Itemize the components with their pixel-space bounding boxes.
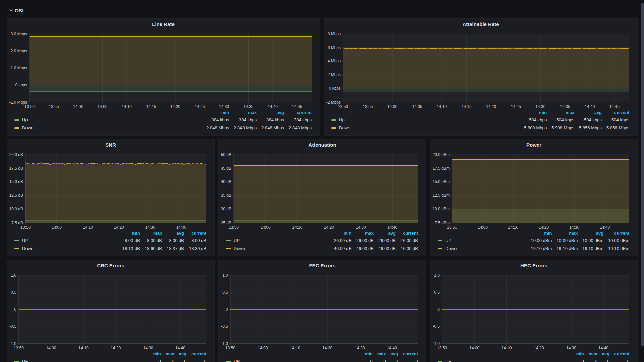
legend-value-min: -504 kbps	[519, 116, 547, 124]
legend-header-current[interactable]: current	[603, 230, 629, 237]
legend-header-current[interactable]: current	[396, 230, 418, 237]
legend-series-label[interactable]: Up	[339, 117, 345, 122]
panel-crc-errors: CRC Errors1.00.50-0.5-1.013:5014:0014:10…	[7, 260, 215, 362]
legend-snr: minmaxavgcurrentUP8.00 dB8.00 dB8.00 dB8…	[14, 230, 206, 253]
legend-header-current[interactable]: current	[609, 351, 629, 357]
legend-header-max[interactable]: max	[229, 110, 257, 116]
legend-header-avg[interactable]: avg	[597, 351, 609, 357]
legend-value-current: 19.10 dBm	[603, 245, 629, 253]
legend-header-current[interactable]: current	[602, 110, 629, 116]
y-tick-label: -1.0 Mbps	[9, 100, 27, 105]
legend-header-avg[interactable]: avg	[257, 110, 284, 116]
chart-canvas-crc-errors: 1.00.50-0.5-1.013:5014:0014:1014:2014:30…	[7, 260, 215, 354]
legend-series-label[interactable]: Down	[22, 125, 33, 130]
y-tick-label: 7.5 dBm	[435, 221, 450, 225]
series-color-swatch	[331, 119, 336, 121]
legend-header-max[interactable]: max	[584, 351, 597, 357]
legend-series-label[interactable]: UP	[234, 238, 240, 243]
y-tick-label: 0	[437, 307, 440, 312]
legend-header-min[interactable]: min	[519, 110, 547, 116]
legend-series-label[interactable]: Down	[445, 246, 457, 251]
legend-header-min[interactable]: min	[360, 351, 373, 357]
legend-header-max[interactable]: max	[140, 230, 162, 237]
legend-power: minmaxavgcurrentUP10.00 dBm10.00 dBm10.0…	[437, 230, 629, 253]
legend-header-min[interactable]: min	[202, 110, 229, 116]
legend-header-min[interactable]: min	[572, 351, 584, 357]
legend-row-down: Down46.00 dB46.00 dB46.00 dB46.00 dB	[225, 245, 418, 253]
y-tick-label: -0.5	[9, 324, 16, 329]
y-tick-label: 0	[14, 307, 16, 312]
legend-header-avg[interactable]: avg	[578, 230, 603, 237]
legend-series-label[interactable]: Down	[22, 246, 33, 251]
x-tick-label: 14:05	[412, 104, 422, 109]
legend-value-max: 19.10 dBm	[552, 245, 578, 253]
legend-row-up: Up-504 kbps-504 kbps-504 kbps-504 kbps	[331, 116, 629, 124]
y-tick-label: -1.0	[9, 341, 16, 346]
x-tick-label: 14:00	[387, 104, 397, 109]
legend-header-avg[interactable]: avg	[174, 351, 186, 357]
legend-value-min: 19.10 dBm	[526, 245, 552, 253]
legend-header-current[interactable]: current	[186, 351, 206, 357]
panel-power: Power20.0 dBm17.5 dBm15.0 dBm12.5 dBm10.…	[430, 139, 638, 256]
legend-series-label[interactable]: UP	[22, 238, 28, 243]
legend-header-max[interactable]: max	[547, 110, 574, 116]
legend-series-label[interactable]: UP	[22, 359, 28, 362]
chart-canvas-attainable-rate: 8 Mbps6 Mbps4 Mbps2 Mbps0 kbps-2 Mbps13:…	[324, 19, 638, 113]
legend-header-avg[interactable]: avg	[386, 351, 398, 357]
legend-header-min[interactable]: min	[329, 230, 352, 237]
legend-header-current[interactable]: current	[398, 351, 418, 357]
series-color-swatch	[14, 127, 19, 129]
x-tick-label: 14:00	[52, 225, 62, 230]
legend-value-min: 5.808 Mbps	[519, 124, 547, 132]
legend-header-avg[interactable]: avg	[574, 110, 602, 116]
legend-value-max: 8.00 dB	[140, 237, 162, 245]
y-tick-label: 0 kbps	[15, 83, 27, 87]
legend-header-avg[interactable]: avg	[162, 230, 184, 237]
legend-value-current: 0	[186, 357, 206, 362]
legend-series-label[interactable]: Down	[234, 246, 245, 251]
y-tick-label: -0.5	[433, 324, 440, 329]
x-tick-label: 14:40	[176, 225, 186, 230]
legend-header-current[interactable]: current	[284, 110, 312, 116]
scrollbar-thumb[interactable]	[641, 3, 644, 346]
panel-attenuation: Attenuation50 dB45 dB40 dB35 dB30 dB25 d…	[218, 139, 426, 256]
legend-value-min: 8.00 dB	[118, 237, 140, 245]
legend-value-min: 26.00 dB	[329, 237, 352, 245]
legend-series-label[interactable]: UP	[445, 359, 451, 362]
row-header-dsl[interactable]: DSL	[9, 6, 25, 15]
legend-crc-errors: minmaxavgcurrentUP0000Down0000	[14, 351, 206, 362]
x-tick-label: 14:30	[219, 104, 229, 109]
legend-header-min[interactable]: min	[149, 351, 161, 357]
x-tick-label: 14:40	[268, 104, 278, 109]
legend-header-min[interactable]: min	[118, 230, 140, 237]
legend-series-label[interactable]: Up	[22, 117, 28, 122]
legend-header-min[interactable]: min	[526, 230, 552, 237]
y-tick-label: 7.5 dB	[11, 221, 23, 225]
series-color-swatch	[226, 240, 231, 241]
x-tick-label: 14:20	[324, 225, 334, 230]
series-color-swatch	[438, 361, 442, 362]
y-tick-label: 10.0 dB	[9, 207, 23, 212]
legend-value-max: 0	[373, 357, 386, 362]
y-tick-label: 15.0 dBm	[433, 179, 450, 184]
legend-header-avg[interactable]: avg	[374, 230, 396, 237]
series-color-swatch	[226, 361, 231, 362]
series-color-swatch	[14, 119, 19, 121]
y-tick-label: 12.5 dB	[9, 193, 23, 198]
legend-value-min: 0	[149, 357, 161, 362]
legend-header-max[interactable]: max	[373, 351, 386, 357]
x-tick-label: 14:10	[501, 346, 512, 350]
y-tick-label: -1.0	[433, 341, 440, 346]
legend-row-down: Down2.848 Mbps2.848 Mbps2.848 Mbps2.848 …	[14, 124, 312, 132]
x-tick-label: 13:50	[24, 104, 35, 109]
legend-series-label[interactable]: Down	[339, 125, 350, 130]
legend-series-label[interactable]: UP	[234, 359, 240, 362]
y-tick-label: 1.0	[434, 273, 440, 278]
y-tick-label: 17.5 dBm	[433, 166, 450, 171]
legend-value-current: 18.30 dB	[184, 245, 206, 253]
legend-header-max[interactable]: max	[161, 351, 174, 357]
legend-header-max[interactable]: max	[352, 230, 374, 237]
legend-header-max[interactable]: max	[552, 230, 578, 237]
legend-header-current[interactable]: current	[184, 230, 206, 237]
legend-series-label[interactable]: UP	[445, 238, 451, 243]
